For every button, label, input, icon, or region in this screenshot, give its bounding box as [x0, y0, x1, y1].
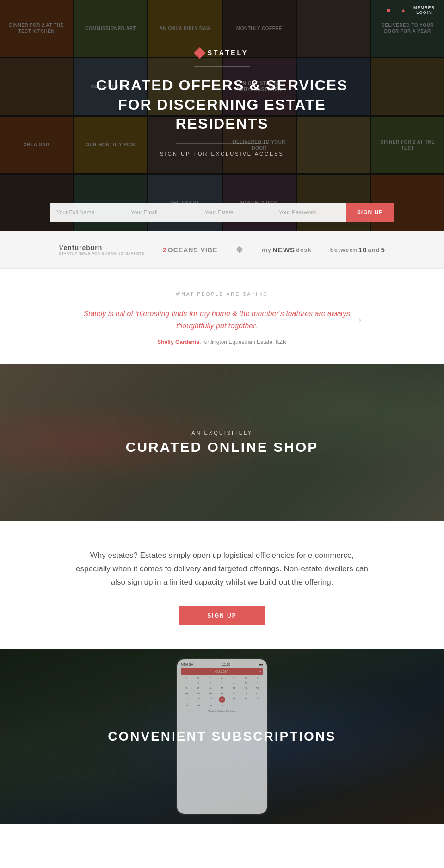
brand-name: STATELY: [208, 49, 248, 56]
phone-time: 11:00: [222, 663, 230, 666]
cal-header-f: F: [240, 676, 252, 681]
cal-day: 5: [240, 681, 252, 686]
subscriptions-content-box: CONVENIENT SUBSCRIPTIONS: [80, 716, 364, 757]
why-text: Why estates? Estates simply open up logi…: [74, 549, 370, 589]
cal-day: 30: [204, 703, 216, 708]
author-name: Shelly Gardenia,: [157, 339, 201, 345]
cal-day: [181, 681, 192, 686]
cal-day: 22: [193, 696, 204, 703]
cal-day: 17: [216, 691, 228, 696]
shop-subtitle: AN EXQUISITELY: [126, 430, 318, 436]
calendar-month: Oct 2014: [215, 670, 228, 673]
cal-day: 26: [240, 696, 252, 703]
cal-day: 19: [240, 691, 252, 696]
phone-status-bar: MTN-SA 11:00 ■■: [181, 663, 263, 666]
signup-bar: SIGN UP: [0, 194, 444, 231]
cal-day: 27: [252, 696, 263, 703]
cal-header-m: M: [193, 676, 204, 681]
member-login-button[interactable]: MEMBER LOGIN: [413, 6, 435, 15]
facebook-icon[interactable]: ■: [384, 6, 393, 15]
press-logo-mynewsdesk: myNEWSdesk: [262, 246, 311, 254]
cal-day: 1: [193, 681, 204, 686]
estate-input[interactable]: [198, 203, 272, 222]
subscriptions-title: CONVENIENT SUBSCRIPTIONS: [108, 729, 336, 744]
subscriptions-section: MTN-SA 11:00 ■■ ‹ Oct 2014 + S M T W T F…: [0, 649, 444, 824]
hero-subtitle: SIGN UP FOR EXCLUSIVE ACCESS: [83, 151, 361, 156]
cal-day: 9: [204, 686, 216, 691]
cal-day: 12: [240, 686, 252, 691]
cal-day-today: 24: [219, 696, 225, 703]
cal-day: 11: [228, 686, 240, 691]
press-logo-between10and5: between10and5: [330, 246, 385, 254]
author-location: Kirtlington Equestrian Estate, KZN: [203, 339, 287, 345]
hero-title: CURATED OFFERS & SERVICES FOR DISCERNING…: [83, 76, 361, 134]
cal-day: 3: [216, 681, 228, 686]
email-input[interactable]: [124, 203, 198, 222]
shop-content-box: AN EXQUISITELY CURATED ONLINE SHOP: [98, 417, 346, 468]
cal-day: 2: [204, 681, 216, 686]
cal-header-s: S: [181, 676, 192, 681]
cal-day: 7: [181, 686, 192, 691]
cal-day: 8: [193, 686, 204, 691]
cal-day: 31: [216, 703, 228, 708]
cal-day: 21: [181, 696, 192, 703]
phone-calendar-header: ‹ Oct 2014 +: [181, 668, 263, 675]
cal-header-s2: S: [252, 676, 263, 681]
testimonial-next-arrow[interactable]: ›: [358, 314, 362, 325]
shop-title: CURATED ONLINE SHOP: [126, 439, 318, 455]
brand-logo: STATELY: [83, 49, 361, 57]
cal-day: 23: [204, 696, 216, 703]
calendar-add[interactable]: +: [259, 670, 261, 673]
hero-divider-bottom: [176, 143, 268, 144]
cal-header-t: T: [204, 676, 216, 681]
top-nav: ■ ▲ MEMBER LOGIN: [375, 0, 444, 20]
full-name-input[interactable]: [50, 203, 124, 222]
logo-diamond-icon: [194, 47, 205, 59]
cal-day: 4: [228, 681, 240, 686]
hero-section: DINNER FOR 2 AT THE TEST KITCHENCOMMISSI…: [0, 0, 444, 231]
cal-day: 13: [252, 686, 263, 691]
hero-signup-button[interactable]: SIGN UP: [346, 203, 394, 222]
twitter-icon[interactable]: ▲: [399, 6, 408, 15]
press-logo-ventureburn: Ventureburn STARTUP NEWS FOR EMERGING MA…: [59, 244, 144, 256]
calendar-prev[interactable]: ‹: [183, 670, 184, 673]
why-signup-button[interactable]: SIGN UP: [179, 606, 264, 625]
testimonial-row: Stately is full of interesting finds for…: [37, 308, 407, 331]
cal-header-w: W: [216, 676, 228, 681]
phone-battery: ■■: [259, 663, 263, 666]
testimonial-label: WHAT PEOPLE ARE SAYING: [37, 292, 407, 297]
cal-day: 25: [228, 696, 240, 703]
cal-header-t2: T: [228, 676, 240, 681]
phone-calendar-grid: S M T W T F S 1 2 3 4 5 6 7 8 9 10 11: [181, 676, 263, 708]
press-logo-2oceans: 2OCEANS VIBE: [163, 246, 217, 254]
testimonial-author: Shelly Gardenia, Kirtlington Equestrian …: [37, 339, 407, 345]
password-input[interactable]: [272, 203, 346, 222]
press-bar: Ventureburn STARTUP NEWS FOR EMERGING MA…: [0, 231, 444, 269]
cal-day: [252, 703, 263, 708]
testimonial-quote: Stately is full of interesting finds for…: [83, 308, 351, 331]
cal-day: 10: [216, 686, 228, 691]
testimonial-section: WHAT PEOPLE ARE SAYING Stately is full o…: [0, 269, 444, 364]
why-section: Why estates? Estates simply open up logi…: [0, 521, 444, 649]
cal-day: 16: [204, 691, 216, 696]
cal-day: [228, 703, 240, 708]
cal-day: 14: [181, 691, 192, 696]
cal-day: [240, 703, 252, 708]
cal-day: 29: [193, 703, 204, 708]
shop-section[interactable]: AN EXQUISITELY CURATED ONLINE SHOP: [0, 364, 444, 521]
phone-carrier: MTN-SA: [181, 663, 193, 666]
cal-day: 15: [193, 691, 204, 696]
cal-day: 6: [252, 681, 263, 686]
press-logo-snowflake: ❄: [236, 245, 243, 255]
phone-footer-text: Stately Coffee Delivery: [181, 710, 263, 712]
cal-day: 18: [228, 691, 240, 696]
hero-divider-top: [194, 66, 250, 67]
cal-day: 20: [252, 691, 263, 696]
cal-day: 28: [181, 703, 192, 708]
hero-content: STATELY CURATED OFFERS & SERVICES FOR DI…: [83, 49, 361, 170]
